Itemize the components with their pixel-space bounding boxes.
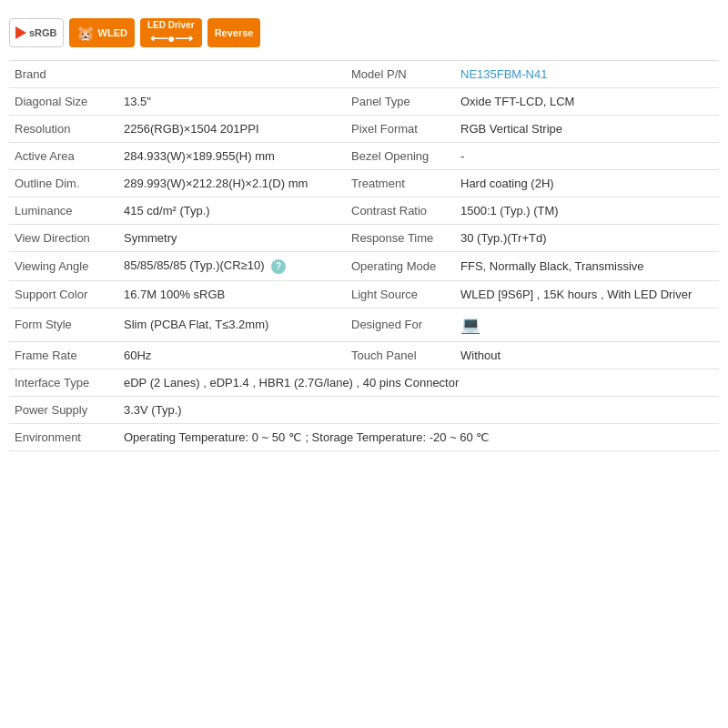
label-response-time: Response Time (346, 225, 455, 252)
wled-hamster-icon: 🐹 (76, 25, 95, 42)
srgb-label: sRGB (29, 27, 57, 38)
value-designed-for: 💻 (455, 308, 719, 341)
value-resolution: 2256(RGB)×1504 201PPI (118, 116, 346, 143)
badge-srgb: sRGB (9, 18, 64, 47)
value-contrast-ratio: 1500:1 (Typ.) (TM) (455, 197, 719, 225)
row-diagonal: Diagonal Size 13.5" Panel Type Oxide TFT… (9, 88, 719, 116)
row-active-area: Active Area 284.933(W)×189.955(H) mm Bez… (9, 143, 719, 170)
value-environment: Operating Temperature: 0 ~ 50 ℃ ; Storag… (118, 423, 719, 450)
value-luminance: 415 cd/m² (Typ.) (118, 197, 346, 225)
row-outline-dim: Outline Dim. 289.993(W)×212.28(H)×2.1(D)… (9, 170, 719, 197)
value-touch-panel: Without (455, 341, 719, 369)
row-viewing-angle: Viewing Angle 85/85/85/85 (Typ.)(CR≥10) … (9, 252, 719, 281)
label-pixel-format: Pixel Format (346, 116, 455, 143)
value-diagonal: 13.5" (118, 88, 346, 116)
badge-reverse: Reverse (207, 18, 261, 47)
specs-table: Brand Model P/N NE135FBM-N41 Diagonal Si… (9, 60, 719, 451)
label-frame-rate: Frame Rate (9, 341, 118, 369)
row-resolution: Resolution 2256(RGB)×1504 201PPI Pixel F… (9, 116, 719, 143)
row-frame-rate: Frame Rate 60Hz Touch Panel Without (9, 341, 719, 369)
value-model: NE135FBM-N41 (455, 61, 719, 88)
label-bezel-opening: Bezel Opening (346, 143, 455, 170)
label-panel-type: Panel Type (346, 88, 455, 116)
viewing-angle-value: 85/85/85/85 (Typ.)(CR≥10) (124, 258, 265, 272)
value-light-source: WLED [9S6P] , 15K hours , With LED Drive… (455, 280, 719, 308)
value-form-style: Slim (PCBA Flat, T≤3.2mm) (118, 308, 346, 341)
value-treatment: Hard coating (2H) (455, 170, 719, 197)
label-form-style: Form Style (9, 308, 118, 341)
label-model: Model P/N (346, 61, 455, 88)
row-environment: Environment Operating Temperature: 0 ~ 5… (9, 423, 719, 450)
label-diagonal: Diagonal Size (9, 88, 118, 116)
label-resolution: Resolution (9, 116, 118, 143)
wled-label: WLED (98, 27, 127, 38)
page-wrapper: sRGB 🐹 WLED LED Driver ⟵●⟶ Reverse Brand… (0, 0, 728, 460)
label-luminance: Luminance (9, 197, 118, 225)
model-link[interactable]: NE135FBM-N41 (460, 67, 547, 81)
row-support-color: Support Color 16.7M 100% sRGB Light Sour… (9, 280, 719, 308)
label-viewing-angle: Viewing Angle (9, 252, 118, 281)
row-view-direction: View Direction Symmetry Response Time 30… (9, 225, 719, 252)
value-response-time: 30 (Typ.)(Tr+Td) (455, 225, 719, 252)
label-view-direction: View Direction (9, 225, 118, 252)
label-touch-panel: Touch Panel (346, 341, 455, 369)
label-interface-type: Interface Type (9, 369, 118, 396)
laptop-icon: 💻 (460, 316, 480, 334)
label-brand: Brand (9, 61, 118, 88)
label-designed-for: Designed For (346, 308, 455, 341)
label-treatment: Treatment (346, 170, 455, 197)
row-luminance: Luminance 415 cd/m² (Typ.) Contrast Rati… (9, 197, 719, 225)
led-driver-arrow: ⟵●⟶ (150, 31, 191, 46)
value-support-color: 16.7M 100% sRGB (118, 280, 346, 308)
label-power-supply: Power Supply (9, 396, 118, 423)
value-view-direction: Symmetry (118, 225, 346, 252)
value-panel-type: Oxide TFT-LCD, LCM (455, 88, 719, 116)
value-interface-type: eDP (2 Lanes) , eDP1.4 , HBR1 (2.7G/lane… (118, 369, 719, 396)
value-bezel-opening: - (455, 143, 719, 170)
label-operating-mode: Operating Mode (346, 252, 455, 281)
value-brand (118, 61, 346, 88)
value-outline-dim: 289.993(W)×212.28(H)×2.1(D) mm (118, 170, 346, 197)
value-operating-mode: FFS, Normally Black, Transmissive (455, 252, 719, 281)
label-light-source: Light Source (346, 280, 455, 308)
value-viewing-angle: 85/85/85/85 (Typ.)(CR≥10) ? (118, 252, 346, 281)
row-brand: Brand Model P/N NE135FBM-N41 (9, 61, 719, 88)
badge-wled: 🐹 WLED (69, 18, 135, 47)
label-contrast-ratio: Contrast Ratio (346, 197, 455, 225)
value-frame-rate: 60Hz (118, 341, 346, 369)
label-active-area: Active Area (9, 143, 118, 170)
badges-row: sRGB 🐹 WLED LED Driver ⟵●⟶ Reverse (9, 18, 719, 47)
value-pixel-format: RGB Vertical Stripe (455, 116, 719, 143)
value-active-area: 284.933(W)×189.955(H) mm (118, 143, 346, 170)
label-environment: Environment (9, 423, 118, 450)
help-icon[interactable]: ? (271, 259, 286, 274)
row-power-supply: Power Supply 3.3V (Typ.) (9, 396, 719, 423)
label-outline-dim: Outline Dim. (9, 170, 118, 197)
row-form-style: Form Style Slim (PCBA Flat, T≤3.2mm) Des… (9, 308, 719, 341)
value-power-supply: 3.3V (Typ.) (118, 396, 719, 423)
badge-led-driver: LED Driver ⟵●⟶ (140, 18, 202, 47)
label-support-color: Support Color (9, 280, 118, 308)
triangle-icon (15, 26, 26, 39)
reverse-label: Reverse (215, 27, 254, 38)
led-driver-label-top: LED Driver (147, 20, 195, 31)
row-interface-type: Interface Type eDP (2 Lanes) , eDP1.4 , … (9, 369, 719, 396)
